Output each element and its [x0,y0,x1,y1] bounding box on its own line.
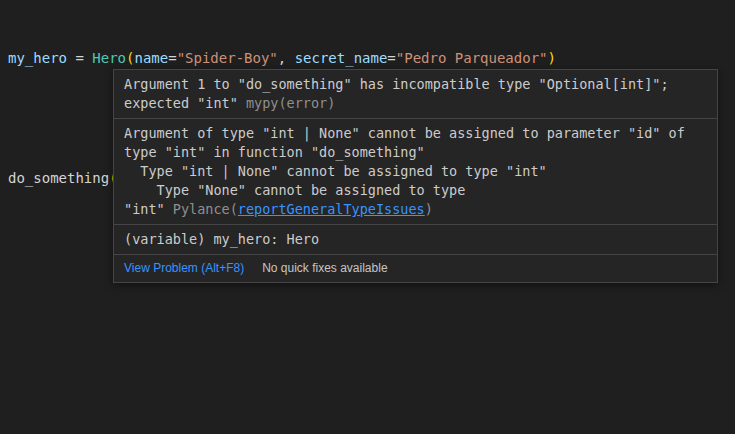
code-token: ) [548,50,556,66]
mypy-error-source-label: mypy(error) [246,95,335,111]
code-token: = [67,50,92,66]
mypy-message-line: Argument 1 to "do_something" has incompa… [124,75,707,94]
code-token: "Pedro Parqueador" [396,50,548,66]
hover-status-bar: View Problem (Alt+F8) No quick fixes ava… [114,254,717,282]
pylance-message-line: Type "None" cannot be assigned to type [124,181,707,200]
code-token: = [168,50,176,66]
code-token: (variable) my_hero: Hero [124,231,319,247]
code-token: , [278,50,295,66]
code-token: Type "None" cannot be assigned to type [124,182,465,198]
code-token: ) [425,201,433,217]
no-quick-fixes-label: No quick fixes available [262,259,387,278]
pylance-message-line: type "int" in function "do_something" [124,143,707,162]
pylance-rule-link[interactable]: reportGeneralTypeIssues [238,201,425,217]
code-token: type "int" in function "do_something" [124,144,425,160]
code-token: name [134,50,168,66]
code-token: "int" [124,201,173,217]
code-token: Hero [92,50,126,66]
pylance-message-line: Type "int | None" cannot be assigned to … [124,162,707,181]
code-token: "Spider-Boy" [177,50,278,66]
hover-section-mypy: Argument 1 to "do_something" has incompa… [114,70,717,118]
hover-tooltip: Argument 1 to "do_something" has incompa… [113,69,718,283]
hover-section-pylance: Argument of type "int | None" cannot be … [114,118,717,224]
code-token: Argument of type "int | None" cannot be … [124,125,685,141]
code-token: do_something [8,170,109,186]
code-token: Argument 1 to "do_something" has incompa… [124,76,669,92]
code-token: secret_name [295,50,388,66]
code-line-1[interactable]: my_hero = Hero(name="Spider-Boy", secret… [8,48,735,68]
pylance-message-line: Argument of type "int | None" cannot be … [124,124,707,143]
hover-section-variable-type: (variable) my_hero: Hero [114,224,717,254]
code-token: Type "int | None" cannot be assigned to … [124,163,547,179]
code-token: expected "int" [124,95,246,111]
mypy-message-line: expected "int" mypy(error) [124,94,707,113]
code-token: Pylance( [173,201,238,217]
view-problem-link[interactable]: View Problem (Alt+F8) [124,259,244,278]
variable-type-line: (variable) my_hero: Hero [124,230,707,249]
pylance-message-line: "int" Pylance(reportGeneralTypeIssues) [124,200,707,219]
code-token: = [387,50,395,66]
code-token: my_hero [8,50,67,66]
